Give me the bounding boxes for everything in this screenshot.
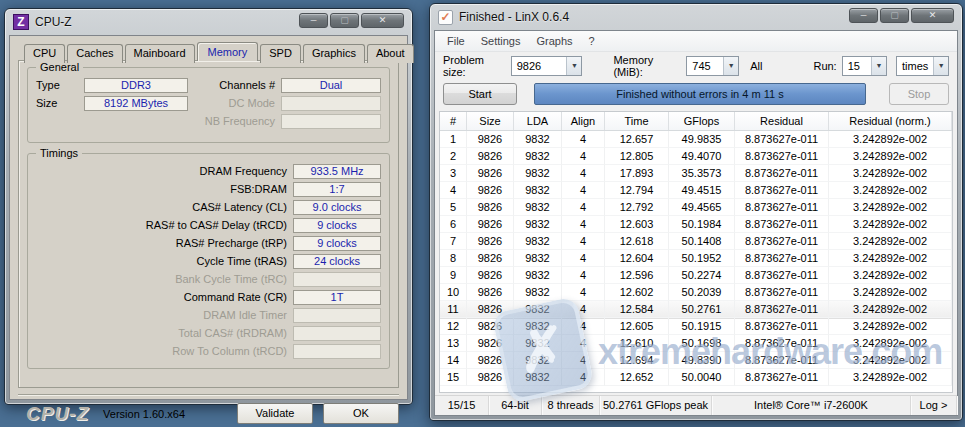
- cpuz-tabs: CPUCachesMainboardMemorySPDGraphicsAbout: [18, 42, 399, 61]
- table-row[interactable]: 998269832412.59650.22748.873627e-0113.24…: [440, 267, 952, 284]
- tab-spd[interactable]: SPD: [260, 44, 301, 63]
- table-row[interactable]: 298269832412.80549.40708.873627e-0113.24…: [440, 148, 952, 165]
- table-cell: 8.873627e-011: [735, 335, 829, 352]
- general-group: General TypeDDR3Size8192 MBytes Channels…: [27, 67, 390, 143]
- chevron-down-icon[interactable]: [933, 57, 948, 75]
- column-header[interactable]: Residual (norm.): [829, 112, 952, 130]
- table-cell: 9832: [514, 267, 562, 284]
- field-value: 1T: [293, 290, 381, 305]
- field-label: Row To Column (tRCD): [36, 345, 293, 357]
- field-row: DC Mode: [205, 94, 381, 112]
- table-row[interactable]: 1098269832412.60250.20398.873627e-0113.2…: [440, 284, 952, 301]
- column-header[interactable]: Align: [562, 112, 605, 130]
- column-header[interactable]: Size: [467, 112, 514, 130]
- table-cell: 12.652: [605, 369, 669, 386]
- column-header[interactable]: #: [440, 112, 467, 130]
- table-cell: 14: [440, 352, 467, 369]
- table-row[interactable]: 1398269832412.61050.16988.873627e-0113.2…: [440, 335, 952, 352]
- table-cell: 9826: [467, 182, 514, 199]
- problem-size-select[interactable]: 9826: [511, 56, 583, 76]
- table-row[interactable]: 1598269832412.65250.00408.873627e-0113.2…: [440, 369, 952, 386]
- close-icon[interactable]: [911, 8, 954, 23]
- tab-cpu[interactable]: CPU: [24, 44, 65, 63]
- minimize-icon[interactable]: [299, 13, 328, 28]
- field-label: CAS# Latency (CL): [36, 201, 293, 213]
- field-value: 933.5 MHz: [293, 164, 381, 179]
- table-cell: 9826: [467, 301, 514, 318]
- menu-help[interactable]: ?: [581, 33, 603, 49]
- table-cell: 50.2039: [669, 284, 735, 301]
- menu-settings[interactable]: Settings: [473, 33, 529, 49]
- menu-file[interactable]: File: [439, 33, 473, 49]
- table-cell: 49.8390: [669, 352, 735, 369]
- column-header[interactable]: Residual: [735, 112, 829, 130]
- maximize-icon[interactable]: [330, 13, 359, 28]
- cpuz-window: Z CPU-Z CPUCachesMainboardMemorySPDGraph…: [4, 8, 413, 405]
- menu-graphs[interactable]: Graphs: [528, 33, 580, 49]
- table-cell: 3.242892e-002: [829, 284, 952, 301]
- table-cell: 50.2274: [669, 267, 735, 284]
- chevron-down-icon[interactable]: [566, 57, 581, 75]
- ok-button[interactable]: OK: [323, 403, 399, 424]
- table-row[interactable]: 498269832412.79449.45158.873627e-0113.24…: [440, 182, 952, 199]
- run-count-select[interactable]: 15: [842, 56, 887, 76]
- memory-select[interactable]: 745: [686, 56, 739, 76]
- results-table-header[interactable]: #SizeLDAAlignTimeGFlopsResidualResidual …: [440, 112, 952, 131]
- column-header[interactable]: Time: [605, 112, 669, 130]
- maximize-icon[interactable]: [880, 8, 909, 23]
- table-cell: 9826: [467, 369, 514, 386]
- tab-mainboard[interactable]: Mainboard: [125, 44, 195, 63]
- field-row: RAS# to CAS# Delay (tRCD)9 clocks: [36, 216, 381, 234]
- table-row[interactable]: 798269832412.61850.14088.873627e-0113.24…: [440, 233, 952, 250]
- table-cell: 8.873627e-011: [735, 352, 829, 369]
- table-cell: 9826: [467, 199, 514, 216]
- table-row[interactable]: 1198269832412.58450.27618.873627e-0113.2…: [440, 301, 952, 318]
- table-cell: 12.602: [605, 284, 669, 301]
- results-table: #SizeLDAAlignTimeGFlopsResidualResidual …: [439, 111, 953, 393]
- field-value: 9 clocks: [293, 218, 381, 233]
- cpuz-logo: CPU-Z: [26, 403, 89, 425]
- all-label: All: [750, 60, 762, 72]
- table-cell: 4: [562, 148, 605, 165]
- start-button[interactable]: Start: [443, 83, 517, 105]
- table-cell: 4: [562, 233, 605, 250]
- table-row[interactable]: 1498269832412.69449.83908.873627e-0113.2…: [440, 352, 952, 369]
- field-label: Bank Cycle Time (tRC): [36, 273, 293, 285]
- table-row[interactable]: 398269832417.89335.35738.873627e-0113.24…: [440, 165, 952, 182]
- table-cell: 4: [562, 267, 605, 284]
- tab-caches[interactable]: Caches: [67, 44, 122, 63]
- table-cell: 9: [440, 267, 467, 284]
- timings-group: Timings DRAM Frequency933.5 MHzFSB:DRAM1…: [27, 153, 390, 369]
- column-header[interactable]: GFlops: [669, 112, 735, 130]
- timings-rows: DRAM Frequency933.5 MHzFSB:DRAM1:7CAS# L…: [36, 162, 381, 360]
- status-segment[interactable]: Log >: [911, 396, 957, 415]
- table-cell: 8.873627e-011: [735, 233, 829, 250]
- table-cell: 3.242892e-002: [829, 267, 952, 284]
- table-row[interactable]: 198269832412.65749.98358.873627e-0113.24…: [440, 131, 952, 148]
- table-cell: 8.873627e-011: [735, 369, 829, 386]
- table-cell: 50.1952: [669, 250, 735, 267]
- minimize-icon[interactable]: [849, 8, 878, 23]
- table-cell: 49.4515: [669, 182, 735, 199]
- column-header[interactable]: LDA: [514, 112, 562, 130]
- close-icon[interactable]: [361, 13, 404, 28]
- field-label: FSB:DRAM: [36, 183, 293, 195]
- chevron-down-icon[interactable]: [871, 57, 886, 75]
- table-row[interactable]: 698269832412.60350.19848.873627e-0113.24…: [440, 216, 952, 233]
- table-row[interactable]: 598269832412.79249.45658.873627e-0113.24…: [440, 199, 952, 216]
- table-cell: 3.242892e-002: [829, 335, 952, 352]
- validate-button[interactable]: Validate: [237, 403, 313, 424]
- cpuz-caption-buttons: [299, 13, 404, 28]
- tab-memory[interactable]: Memory: [197, 42, 259, 61]
- table-cell: 12.657: [605, 131, 669, 148]
- run-unit-select[interactable]: times: [896, 56, 949, 76]
- stop-button[interactable]: Stop: [889, 83, 949, 105]
- field-row: Size8192 MBytes: [36, 94, 205, 112]
- tab-graphics[interactable]: Graphics: [303, 44, 365, 63]
- table-row[interactable]: 898269832412.60450.19528.873627e-0113.24…: [440, 250, 952, 267]
- table-row[interactable]: 1298269832412.60550.19158.873627e-0113.2…: [440, 318, 952, 335]
- field-row: DRAM Idle Timer: [36, 306, 381, 324]
- field-value: [293, 308, 381, 323]
- tab-about[interactable]: About: [367, 44, 414, 63]
- chevron-down-icon[interactable]: [723, 57, 738, 75]
